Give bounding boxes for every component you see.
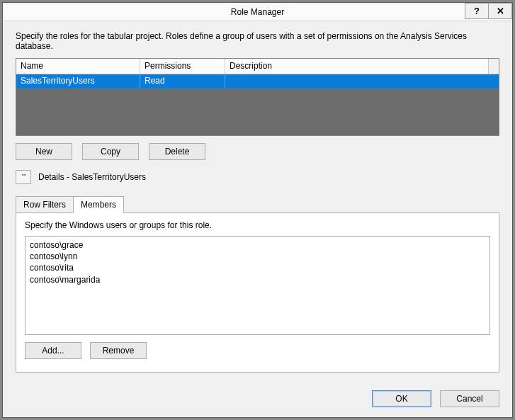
roles-grid[interactable]: Name Permissions Description SalesTerrit… — [16, 58, 499, 136]
list-item[interactable]: contoso\grace — [30, 239, 485, 251]
grid-cell-name: SalesTerritoryUsers — [16, 74, 140, 89]
grid-row[interactable]: SalesTerritoryUsers Read — [16, 74, 499, 89]
dialog-footer: OK Cancel — [372, 390, 499, 407]
list-item[interactable]: contoso\rita — [30, 262, 485, 273]
title-buttons: ? ✕ — [465, 3, 512, 19]
cancel-button[interactable]: Cancel — [440, 390, 499, 407]
grid-header-description[interactable]: Description — [225, 59, 489, 74]
ok-button[interactable]: OK — [372, 390, 431, 407]
title-bar: Role Manager ? ✕ — [3, 3, 512, 21]
grid-header-spacer — [489, 59, 499, 74]
help-button[interactable]: ? — [465, 3, 489, 19]
delete-button[interactable]: Delete — [149, 143, 205, 160]
window-title: Role Manager — [3, 7, 512, 17]
grid-header-permissions[interactable]: Permissions — [140, 59, 225, 74]
details-toggle-row: ˅˅ Details - SalesTerritoryUsers — [16, 170, 499, 184]
list-item[interactable]: contoso\lynn — [30, 251, 485, 262]
members-panel: Specify the Windows users or groups for … — [16, 212, 499, 373]
new-button[interactable]: New — [16, 143, 72, 160]
tab-row-filters[interactable]: Row Filters — [16, 196, 74, 213]
list-item[interactable]: contoso\margarida — [30, 274, 485, 285]
tabs: Row Filters Members Specify the Windows … — [16, 195, 499, 373]
details-toggle-button[interactable]: ˅˅ — [16, 170, 31, 184]
close-icon: ✕ — [497, 6, 504, 16]
members-instruction: Specify the Windows users or groups for … — [25, 220, 490, 230]
grid-cell-description — [225, 74, 499, 89]
copy-button[interactable]: Copy — [82, 143, 139, 160]
details-label: Details - SalesTerritoryUsers — [38, 172, 146, 182]
dialog-body: Specify the roles for the tabular projec… — [3, 21, 512, 382]
remove-button[interactable]: Remove — [90, 342, 147, 359]
grid-buttons: New Copy Delete — [16, 143, 499, 160]
role-manager-dialog: Role Manager ? ✕ Specify the roles for t… — [2, 2, 513, 418]
members-listbox[interactable]: contoso\grace contoso\lynn contoso\rita … — [25, 236, 490, 335]
tab-members[interactable]: Members — [73, 196, 124, 213]
grid-cell-permissions: Read — [140, 74, 225, 89]
grid-header-name[interactable]: Name — [16, 59, 140, 74]
close-button[interactable]: ✕ — [488, 3, 512, 19]
members-buttons: Add... Remove — [25, 342, 490, 359]
chevron-down-icon: ˅˅ — [21, 174, 26, 181]
help-icon: ? — [474, 6, 480, 16]
main-instruction: Specify the roles for the tabular projec… — [16, 31, 499, 51]
tab-strip: Row Filters Members — [16, 196, 499, 213]
grid-header: Name Permissions Description — [16, 59, 499, 74]
add-button[interactable]: Add... — [25, 342, 81, 359]
